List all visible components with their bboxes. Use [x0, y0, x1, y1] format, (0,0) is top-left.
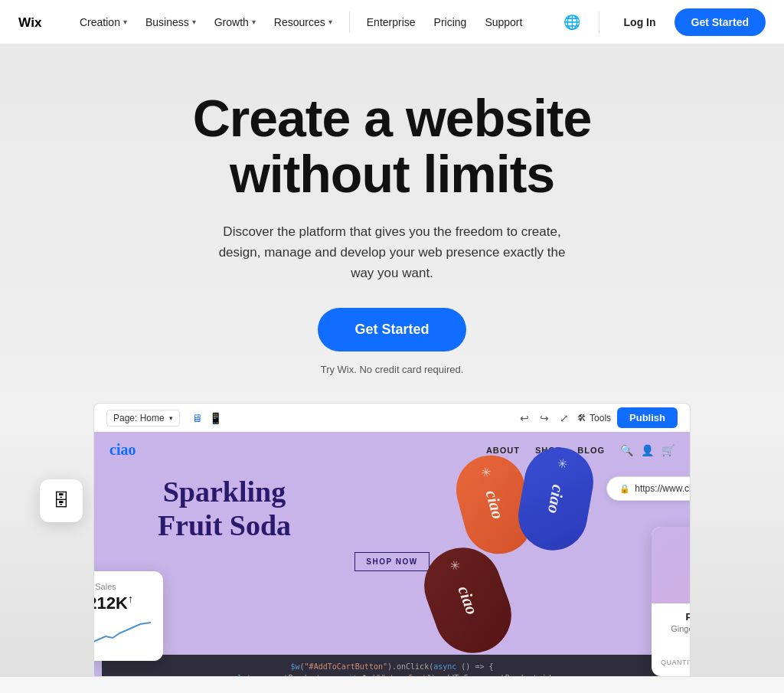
code-snippet: $w("#AddToCartButton").onClick(async () … [102, 655, 682, 677]
device-icons: 🖥 📱 [192, 412, 222, 424]
product-card: ciao Prebiotic Soda Ginger Lemon Fresh D… [652, 527, 691, 676]
nav-growth-chevron: ▾ [252, 18, 256, 26]
hero-headline-line2: without limits [230, 145, 554, 203]
can-orange-star: ✳ [479, 465, 492, 482]
nav-enterprise-label: Enterprise [367, 16, 416, 28]
can-dark-red-label: ciao [453, 583, 482, 617]
editor-preview: 🗄 Page: Home ▾ 🖥 📱 ↩ ↪ ⤢ 🛠 Tools [93, 403, 691, 677]
sales-trend: ↑ [128, 593, 133, 605]
nav-divider [349, 11, 350, 33]
nav-creation-chevron: ▾ [123, 18, 127, 26]
canvas-brand: ciao [109, 441, 136, 459]
undo-button[interactable]: ↩ [518, 410, 531, 427]
product-name: Prebiotic Soda [661, 611, 691, 623]
navbar: Wix Creation ▾ Business ▾ Growth ▾ Resou… [0, 0, 784, 44]
product-info: Prebiotic Soda Ginger Lemon Fresh Drink … [652, 603, 691, 676]
get-started-hero-button[interactable]: Get Started [318, 308, 466, 351]
publish-button[interactable]: Publish [617, 407, 678, 428]
code-keyword: $w [291, 662, 300, 671]
tools-button[interactable]: 🛠 Tools [577, 413, 611, 423]
can-blue-label: ciao [544, 483, 568, 515]
canvas-headline-line2: Fruit Soda [158, 509, 291, 541]
nav-item-enterprise[interactable]: Enterprise [359, 11, 423, 33]
sales-chart [93, 619, 151, 650]
hero-note: Try Wix. No credit card required. [15, 364, 769, 375]
nav-business-label: Business [145, 16, 189, 28]
hero-headline-line1: Create a website [193, 89, 592, 147]
tools-label: Tools [590, 413, 611, 423]
product-price: $5.99 [661, 638, 691, 649]
nav-item-business[interactable]: Business ▾ [138, 11, 204, 33]
hero-subtitle: Discover the platform that gives you the… [208, 221, 576, 284]
nav-right-divider [599, 11, 599, 33]
sales-amount-value: $212K [93, 593, 128, 613]
code-string-1: "#AddToCartButton" [305, 662, 387, 671]
nav-item-pricing[interactable]: Pricing [426, 11, 475, 33]
svg-text:Wix: Wix [18, 14, 42, 29]
nav-creation-label: Creation [80, 16, 120, 28]
resize-button[interactable]: ⤢ [557, 410, 571, 427]
nav-item-resources[interactable]: Resources ▾ [266, 11, 340, 33]
product-add-row: QUANTITY − 1 + Add to Cart [661, 654, 691, 670]
nav-business-chevron: ▾ [192, 18, 196, 26]
code-fn: $w [362, 674, 371, 677]
nav-item-creation[interactable]: Creation ▾ [72, 11, 135, 33]
nav-item-growth[interactable]: Growth ▾ [207, 11, 263, 33]
tools-icon: 🛠 [577, 413, 586, 423]
nav-pricing-label: Pricing [434, 16, 467, 28]
login-label: Log In [624, 16, 656, 28]
code-string-2: "#storeCart" [376, 674, 431, 677]
quantity-label: QUANTITY [661, 659, 691, 666]
lock-icon: 🔒 [619, 484, 630, 494]
editor-toolbar: Page: Home ▾ 🖥 📱 ↩ ↪ ⤢ 🛠 Tools Publish [93, 403, 691, 432]
redo-button[interactable]: ↪ [537, 410, 551, 427]
code-keyword-4: await [335, 674, 358, 677]
canvas-headline: Sparkling Fruit Soda [117, 476, 332, 542]
sales-widget: Sales $212K↑ [93, 571, 163, 661]
toolbar-actions: ↩ ↪ ⤢ 🛠 Tools Publish [518, 407, 678, 428]
can-orange-label: ciao [482, 489, 508, 521]
product-card-image: ciao [652, 527, 691, 603]
login-button[interactable]: Log In [615, 11, 665, 33]
product-description: Ginger Lemon Fresh Drink [661, 624, 691, 633]
website-canvas: ciao ABOUT SHOP BLOG 🔍 👤 🛒 Sparkling Fru… [93, 432, 691, 677]
nav-resources-chevron: ▾ [328, 18, 332, 26]
get-started-hero-label: Get Started [354, 322, 429, 337]
can-dark-red: ✳ ciao [413, 538, 522, 665]
sales-amount: $212K↑ [93, 593, 151, 613]
can-blue-star: ✳ [556, 456, 568, 472]
language-selector-button[interactable]: 🌐 [560, 11, 583, 34]
database-icon: 🗄 [53, 491, 70, 511]
canvas-headline-line1: Sparkling [163, 476, 286, 508]
nav-item-support[interactable]: Support [477, 11, 530, 33]
nav-growth-label: Growth [214, 16, 249, 28]
nav-resources-label: Resources [274, 16, 325, 28]
get-started-nav-button[interactable]: Get Started [675, 8, 766, 36]
mobile-icon[interactable]: 📱 [209, 412, 222, 424]
get-started-nav-label: Get Started [691, 16, 749, 28]
hero-headline: Create a website without limits [15, 90, 769, 203]
page-selector-chevron: ▾ [169, 414, 173, 422]
can-dark-red-star: ✳ [448, 557, 462, 574]
hero-section: Create a website without limits Discover… [0, 44, 784, 677]
database-widget: 🗄 [40, 479, 83, 522]
url-text: https://www.ciaodrinks.com [635, 483, 691, 494]
desktop-icon[interactable]: 🖥 [192, 412, 203, 424]
publish-label: Publish [629, 412, 665, 423]
sales-label: Sales [93, 582, 151, 591]
page-selector[interactable]: Page: Home ▾ [106, 410, 180, 427]
code-keyword-3: let [237, 674, 251, 677]
nav-support-label: Support [485, 16, 522, 28]
page-selector-label: Page: Home [113, 413, 165, 423]
nav-right: 🌐 Log In Get Started [560, 8, 766, 36]
nav-items: Creation ▾ Business ▾ Growth ▾ Resources… [72, 11, 560, 33]
logo[interactable]: Wix [18, 14, 54, 31]
code-keyword-2: async [433, 662, 456, 671]
url-bar: 🔒 https://www.ciaodrinks.com [606, 476, 691, 501]
